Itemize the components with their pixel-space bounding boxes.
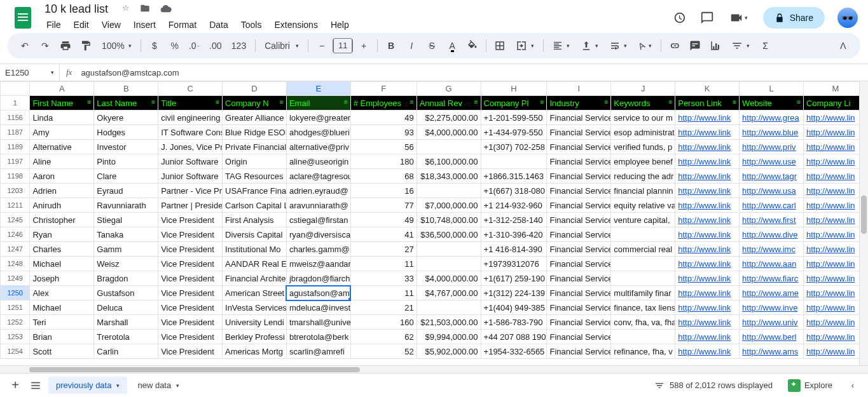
cell[interactable]: http://www.lin: [803, 184, 867, 198]
cell[interactable]: http://www.link: [675, 213, 740, 227]
zoom-dropdown[interactable]: 100%▾: [97, 36, 137, 55]
cell[interactable]: http://www.link: [675, 227, 740, 242]
cell[interactable]: [611, 330, 675, 344]
cell[interactable]: http://www.lin: [803, 111, 867, 125]
font-size-input[interactable]: 11: [333, 38, 353, 53]
cell[interactable]: +1(312) 224-139: [481, 286, 547, 300]
cell[interactable]: Junior Software: [158, 169, 223, 184]
cell[interactable]: http://www.lin: [803, 125, 867, 140]
cell[interactable]: Alex: [30, 286, 94, 300]
cell[interactable]: [417, 257, 481, 271]
cell[interactable]: 180: [350, 154, 417, 169]
cell[interactable]: http://www.dive: [740, 227, 804, 242]
filter-header-cell[interactable]: Person Link≡: [675, 96, 740, 111]
cell[interactable]: http://www.lin: [803, 227, 867, 242]
cell[interactable]: Financial Service: [547, 140, 611, 154]
cell[interactable]: Blue Ridge ESOP: [223, 125, 287, 140]
cell[interactable]: multifamily finar: [611, 286, 675, 300]
cell[interactable]: +1(617) 259-190: [481, 271, 547, 286]
col-header-D[interactable]: D: [223, 82, 287, 96]
filter-header-cell[interactable]: # Employees≡: [350, 96, 417, 111]
cell[interactable]: $36,500,000.00: [417, 227, 481, 242]
cell[interactable]: +1-201-599-550: [481, 111, 547, 125]
select-all-cell[interactable]: [1, 82, 30, 96]
account-avatar[interactable]: 🕶️: [837, 8, 858, 28]
share-button[interactable]: Share: [763, 7, 825, 29]
cell[interactable]: Financial Service: [547, 198, 611, 213]
cell[interactable]: 77: [350, 198, 417, 213]
cell[interactable]: http://www.grea: [740, 111, 804, 125]
cell[interactable]: jbragdon@fiarch: [286, 271, 350, 286]
cell[interactable]: http://www.use: [740, 154, 804, 169]
document-title[interactable]: 10 k lead list: [41, 1, 112, 17]
filter-header-cell[interactable]: Annual Rev≡: [417, 96, 481, 111]
row-header[interactable]: 1198: [1, 169, 30, 184]
increase-font-button[interactable]: +: [354, 36, 373, 55]
cell[interactable]: Partner | Preside: [158, 198, 223, 213]
cell[interactable]: $18,343,000.00: [417, 169, 481, 184]
menu-edit[interactable]: Edit: [68, 17, 95, 32]
link-button[interactable]: [665, 36, 684, 55]
cell[interactable]: Institutional Mo: [223, 242, 287, 257]
cell[interactable]: 52: [350, 344, 417, 359]
text-color-button[interactable]: A: [443, 36, 462, 55]
cell[interactable]: Vice President: [158, 300, 223, 315]
filter-header-cell[interactable]: Last Name≡: [94, 96, 158, 111]
cell[interactable]: +1-310-396-420: [481, 227, 547, 242]
decrease-decimal-button[interactable]: .0←: [186, 36, 205, 55]
cell[interactable]: +1-434-979-550: [481, 125, 547, 140]
cell[interactable]: http://www.link: [675, 184, 740, 198]
cell[interactable]: Aaron: [30, 169, 94, 184]
filter-header-cell[interactable]: Company Li≡: [803, 96, 867, 111]
cell[interactable]: http://www.link: [675, 286, 740, 300]
filter-header-cell[interactable]: Email≡: [286, 96, 350, 111]
row-header[interactable]: 1251: [1, 300, 30, 315]
cell[interactable]: Brian: [30, 330, 94, 344]
valign-button[interactable]: ▾: [576, 36, 603, 55]
cell[interactable]: IT Software Cons: [158, 125, 223, 140]
cell[interactable]: Scott: [30, 344, 94, 359]
cell[interactable]: Private Financial: [223, 140, 287, 154]
cell[interactable]: 21: [350, 300, 417, 315]
filter-header-cell[interactable]: Title≡: [158, 96, 223, 111]
cell[interactable]: 93: [350, 125, 417, 140]
row-header[interactable]: 1211: [1, 198, 30, 213]
spreadsheet-grid[interactable]: ABCDEFGHIJKLM 1First Name≡Last Name≡Titl…: [0, 81, 868, 359]
cell[interactable]: http://www.imc: [740, 242, 804, 257]
cell[interactable]: $5,902,000.00: [417, 344, 481, 359]
col-header-C[interactable]: C: [158, 82, 223, 96]
cell[interactable]: Hodges: [94, 125, 158, 140]
cell[interactable]: Deluca: [94, 300, 158, 315]
cell[interactable]: +1-586-783-790: [481, 315, 547, 330]
row-header[interactable]: 1252: [1, 315, 30, 330]
cell[interactable]: Berkley Professi: [223, 330, 287, 344]
cell[interactable]: http://www.berl: [740, 330, 804, 344]
cell[interactable]: tmarshall@unive: [286, 315, 350, 330]
cell[interactable]: Financial Archite: [223, 271, 287, 286]
cell[interactable]: Okyere: [94, 111, 158, 125]
cell[interactable]: aclare@tagresou: [286, 169, 350, 184]
sheet-tab[interactable]: previously data▾: [48, 377, 127, 394]
cell[interactable]: +1866.315.1463: [481, 169, 547, 184]
cell[interactable]: Trerotola: [94, 330, 158, 344]
row-header[interactable]: 1248: [1, 257, 30, 271]
star-icon[interactable]: ☆: [120, 3, 132, 15]
cell[interactable]: American Street: [223, 286, 287, 300]
cell[interactable]: commercial real: [611, 242, 675, 257]
cell[interactable]: +1954-332-6565: [481, 344, 547, 359]
row-header[interactable]: 1254: [1, 344, 30, 359]
cell[interactable]: service to our m: [611, 111, 675, 125]
cell[interactable]: Financial Service: [547, 169, 611, 184]
cell[interactable]: 49: [350, 111, 417, 125]
sheets-logo[interactable]: [10, 5, 36, 30]
cell[interactable]: Eyraud: [94, 184, 158, 198]
cell[interactable]: Pinto: [94, 154, 158, 169]
cell[interactable]: http://www.link: [675, 271, 740, 286]
col-header-G[interactable]: G: [417, 82, 481, 96]
decrease-font-button[interactable]: −: [312, 36, 331, 55]
cell[interactable]: http://www.link: [675, 344, 740, 359]
cell[interactable]: Gamm: [94, 242, 158, 257]
cell[interactable]: Bragdon: [94, 271, 158, 286]
cell[interactable]: http://www.usa: [740, 184, 804, 198]
cell[interactable]: agustafson@am: [286, 286, 350, 300]
